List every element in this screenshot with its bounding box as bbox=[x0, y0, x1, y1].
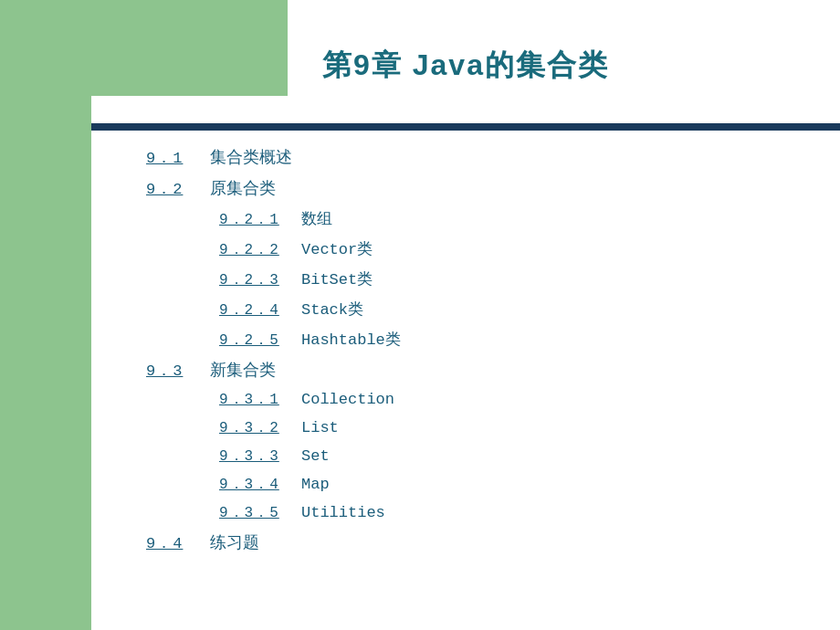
toc-label-9-3-1: Collection bbox=[301, 391, 394, 408]
toc-label-9-2-1: 数组 bbox=[301, 208, 332, 229]
toc-label-9-3-3: Set bbox=[301, 447, 330, 465]
toc-item-9-2-5: 9．2．5 Hashtable类 bbox=[146, 329, 822, 350]
toc-item-9-3: 9．3 新集合类 bbox=[146, 359, 822, 381]
toc-number-9-3-2: 9．3．2 bbox=[219, 418, 301, 437]
toc-item-9-3-1: 9．3．1 Collection bbox=[146, 390, 822, 409]
toc-label-9-1: 集合类概述 bbox=[210, 146, 292, 168]
chapter-title-area: 第9章 Java的集合类 bbox=[91, 46, 840, 86]
toc-number-9-3: 9．3 bbox=[146, 360, 210, 381]
main-content: 第9章 Java的集合类 9．1 集合类概述 9．2 原集合类 9．2．1 数组… bbox=[91, 0, 840, 630]
toc-label-9-2-5: Hashtable类 bbox=[301, 329, 401, 350]
toc-number-9-2: 9．2 bbox=[146, 178, 210, 199]
toc-number-9-3-3: 9．3．3 bbox=[219, 446, 301, 466]
toc-number-9-1: 9．1 bbox=[146, 147, 210, 168]
toc-item-9-2-2: 9．2．2 Vector类 bbox=[146, 238, 822, 259]
toc-number-9-3-1: 9．3．1 bbox=[219, 390, 301, 409]
toc-item-9-2: 9．2 原集合类 bbox=[146, 177, 822, 199]
toc-container: 9．1 集合类概述 9．2 原集合类 9．2．1 数组 9．2．2 Vector… bbox=[146, 146, 822, 562]
toc-number-9-2-4: 9．2．4 bbox=[219, 300, 301, 320]
toc-label-9-3-5: Utilities bbox=[301, 504, 385, 521]
toc-label-9-2-4: Stack类 bbox=[301, 299, 363, 320]
toc-item-9-3-3: 9．3．3 Set bbox=[146, 446, 822, 466]
toc-label-9-3-4: Map bbox=[301, 476, 330, 493]
toc-item-9-3-4: 9．3．4 Map bbox=[146, 475, 822, 494]
toc-item-9-2-1: 9．2．1 数组 bbox=[146, 208, 822, 229]
toc-item-9-1: 9．1 集合类概述 bbox=[146, 146, 822, 168]
toc-number-9-2-5: 9．2．5 bbox=[219, 331, 301, 350]
toc-label-9-2: 原集合类 bbox=[210, 177, 276, 199]
chapter-title-text: 第9章 Java的集合类 bbox=[322, 48, 609, 81]
toc-item-9-3-2: 9．3．2 List bbox=[146, 418, 822, 437]
toc-number-9-2-1: 9．2．1 bbox=[219, 210, 301, 229]
title-divider bbox=[91, 123, 840, 131]
toc-number-9-3-5: 9．3．5 bbox=[219, 503, 301, 522]
toc-label-9-2-2: Vector类 bbox=[301, 238, 373, 259]
toc-label-9-2-3: BitSet类 bbox=[301, 268, 373, 289]
toc-number-9-4: 9．4 bbox=[146, 532, 210, 553]
toc-item-9-2-3: 9．2．3 BitSet类 bbox=[146, 268, 822, 289]
toc-number-9-2-3: 9．2．3 bbox=[219, 270, 301, 289]
chapter-title: 第9章 Java的集合类 bbox=[91, 46, 840, 86]
left-sidebar-decoration bbox=[0, 0, 91, 630]
toc-item-9-4: 9．4 练习题 bbox=[146, 531, 822, 553]
toc-label-9-4: 练习题 bbox=[210, 531, 259, 553]
toc-item-9-2-4: 9．2．4 Stack类 bbox=[146, 299, 822, 320]
toc-label-9-3: 新集合类 bbox=[210, 359, 276, 381]
toc-item-9-3-5: 9．3．5 Utilities bbox=[146, 503, 822, 522]
toc-label-9-3-2: List bbox=[301, 419, 339, 436]
toc-number-9-2-2: 9．2．2 bbox=[219, 240, 301, 259]
toc-number-9-3-4: 9．3．4 bbox=[219, 475, 301, 494]
